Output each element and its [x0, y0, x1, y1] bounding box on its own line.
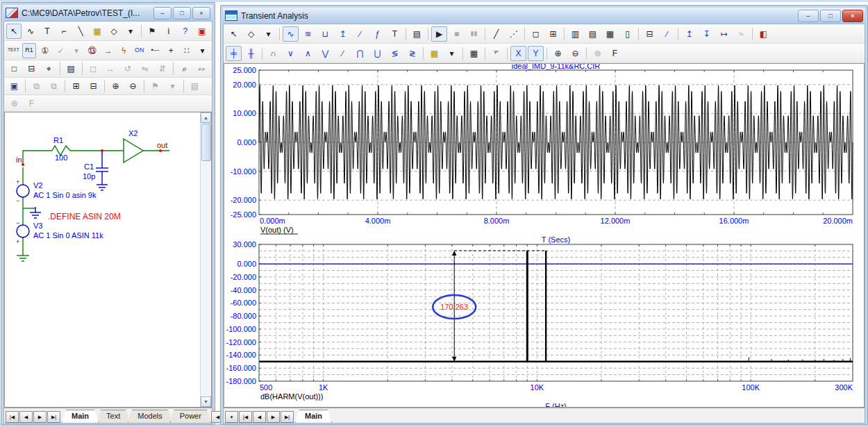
flip-x-button[interactable]: ⇋ [137, 61, 153, 76]
tracker-button[interactable]: ∕ [659, 26, 675, 42]
color-editor-button[interactable]: ◧ [756, 26, 771, 42]
grid-dropdown[interactable]: ▾ [195, 43, 210, 58]
vertical-grid-button[interactable]: ▥ [567, 26, 583, 42]
help-mode-button[interactable]: ? [178, 24, 193, 39]
pin-connections-toggle[interactable]: •— [148, 43, 162, 58]
zoom-out-button[interactable]: ⊖ [567, 46, 583, 61]
dot-grid-button[interactable]: ▦ [602, 26, 618, 42]
next-valley-button[interactable]: ⋃ [369, 46, 385, 61]
select-tool[interactable]: ↖ [226, 26, 242, 42]
prev-page-button[interactable]: ◀ [19, 411, 33, 423]
text-tool[interactable]: T [387, 26, 403, 42]
pause-button[interactable]: ▮▮ [466, 26, 482, 42]
find-part-button[interactable]: ▣ [194, 24, 210, 39]
add-page-button[interactable]: ⊞ [68, 78, 84, 94]
v2-source-symbol[interactable] [17, 185, 29, 197]
rectangle-tool[interactable]: □ [6, 61, 22, 76]
numeric-output-button[interactable]: ▦ [466, 46, 482, 61]
low-button[interactable]: ⋁ [317, 46, 333, 61]
properties-button[interactable]: ▤ [63, 61, 79, 76]
zoom-in-button[interactable]: ⊕ [108, 78, 124, 94]
last-page-button[interactable]: ▶| [281, 411, 294, 423]
go-to-branch-button[interactable]: ▦ [426, 46, 442, 61]
rotate-button[interactable]: ↺ [119, 61, 135, 76]
restore-button[interactable]: □ [820, 10, 841, 22]
condition-display-toggle[interactable]: ON [133, 43, 147, 58]
zoom-out-button[interactable]: ⊖ [125, 78, 141, 94]
horizontal-grid-button[interactable]: ▤ [585, 26, 601, 42]
plot-area[interactable]: ideal_IMD_9-11k&RC.CIR25.00020.00010.000… [224, 63, 865, 408]
high-button[interactable]: ∧ [300, 46, 316, 61]
scroll-down-button[interactable]: ▼ [201, 396, 211, 407]
first-page-button[interactable]: |◀ [6, 411, 19, 423]
branch-dropdown[interactable]: ▾ [444, 46, 460, 61]
valley-button[interactable]: ∨ [283, 46, 299, 61]
shapes-dropdown[interactable]: ▾ [123, 24, 138, 39]
grid-panel-button[interactable]: ⊞ [545, 26, 561, 42]
node-numbers-toggle[interactable]: ① [37, 43, 52, 58]
point-tag-button[interactable]: ↥ [335, 26, 351, 42]
single-plot-button[interactable]: ⊟ [642, 26, 658, 42]
split-window-button[interactable]: ⊟ [24, 61, 40, 76]
minimize-button[interactable]: – [153, 7, 172, 19]
last-page-button[interactable]: ▶| [47, 411, 60, 423]
restore-button[interactable]: □ [173, 7, 191, 19]
next-page-button[interactable]: ▶ [33, 411, 47, 423]
wire-mode-button[interactable]: ∿ [23, 24, 38, 39]
scroll-up-button[interactable]: ▲ [201, 112, 211, 123]
flip-y-button[interactable]: ⇵ [154, 61, 170, 76]
cursor-mode-button[interactable]: ≋ [300, 26, 316, 42]
grid-toggle[interactable]: ∷ [180, 43, 194, 58]
function-button[interactable]: F [607, 46, 623, 61]
tag-vertical-button[interactable]: ↧ [699, 26, 715, 42]
periodic-steady-state-button[interactable]: 'P' [488, 46, 504, 61]
remove-page-button[interactable]: ⊟ [85, 78, 101, 94]
schematic-vscrollbar[interactable]: ▲ ▼ [200, 112, 211, 407]
crosshair-toggle[interactable]: + [164, 43, 178, 58]
show-window-button[interactable]: ▣ [6, 78, 22, 94]
schematic-canvas[interactable]: +− −+ R1 100 C1 10p X2 in out V2 AC 1 Si… [4, 112, 212, 408]
horizontal-cursor-button[interactable]: ╪ [226, 46, 242, 61]
select-region-button[interactable]: ◻ [528, 26, 544, 42]
component-shapes-button[interactable]: ◇ [106, 24, 122, 39]
flag-dropdown[interactable]: ▾ [165, 78, 181, 94]
vip-toggle[interactable]: ✓ [53, 43, 68, 58]
scroll-thumb[interactable] [201, 124, 211, 161]
auto-scale-y-button[interactable]: Y [528, 46, 544, 61]
opamp-symbol[interactable] [124, 139, 143, 162]
tag-point-button[interactable]: ↥ [681, 26, 697, 42]
close-button[interactable]: × [842, 10, 863, 22]
column-grid-button[interactable]: ▯ [619, 26, 635, 42]
tab-text[interactable]: Text [97, 410, 130, 423]
internet-button[interactable]: ⊛ [590, 46, 606, 61]
auto-scale-x-button[interactable]: X [510, 46, 526, 61]
next-peak-button[interactable]: ⋂ [352, 46, 368, 61]
tab-main[interactable]: Main [295, 410, 332, 423]
page-dropdown-button[interactable]: ▾ [225, 411, 238, 423]
run-button[interactable]: ▶ [431, 26, 447, 42]
function-mode-button[interactable]: ƒ [369, 26, 385, 42]
pin-numbers-toggle[interactable]: ⑬ [85, 43, 99, 58]
copy-back-button[interactable]: ⧉ [46, 78, 62, 94]
prev-page-button[interactable]: ◀ [253, 411, 266, 423]
properties-button[interactable]: ▤ [409, 26, 425, 42]
next-page-button[interactable]: ▶ [267, 411, 280, 423]
capacitor-symbol[interactable] [96, 151, 108, 190]
flag-goto-button[interactable]: ⚑ [147, 78, 163, 94]
schematic-window-titlebar[interactable]: C:\MC9\DATA\Petrov\TEST_(I... – □ × [3, 5, 212, 21]
scope-mode-button[interactable]: ∿ [283, 26, 299, 42]
bus-tool[interactable]: ▦ [90, 24, 105, 39]
slope-mode-button[interactable]: ∕ [352, 26, 368, 42]
shapes-dropdown[interactable]: ▾ [260, 26, 276, 42]
global-high-button[interactable]: ≷ [404, 46, 420, 61]
line-tool[interactable]: ╲ [73, 24, 88, 39]
global-low-button[interactable]: ≶ [387, 46, 403, 61]
tab-models[interactable]: Models [128, 410, 172, 423]
internet-button[interactable]: ⊛ [6, 96, 22, 111]
attribute-display-button[interactable]: R1 [22, 43, 37, 58]
copy-front-button[interactable]: ⧉ [28, 78, 44, 94]
stop-button[interactable]: ■ [449, 26, 465, 42]
component-shapes-button[interactable]: ◇ [243, 26, 259, 42]
flag-tool[interactable]: ⚑ [144, 24, 160, 39]
box-select-button[interactable]: ◻ [85, 61, 101, 76]
